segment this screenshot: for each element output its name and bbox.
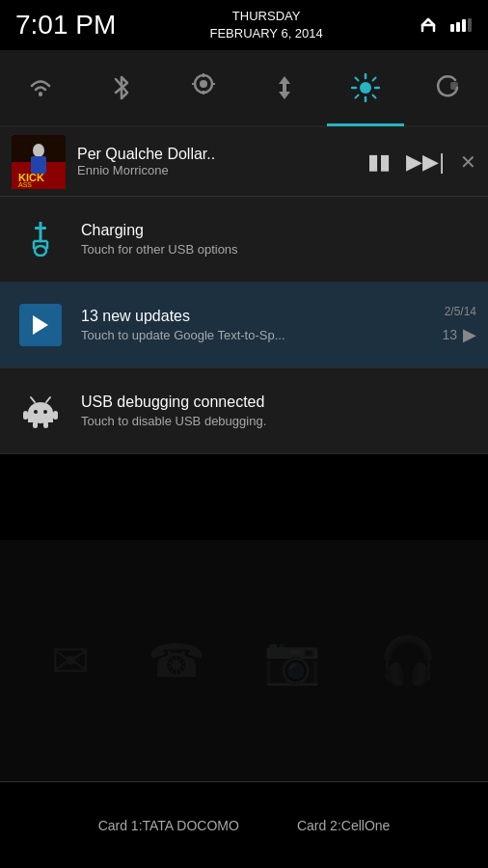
location-icon [192, 73, 215, 102]
wifi-icon [26, 76, 55, 99]
data-transfer-underline [246, 123, 323, 126]
album-art: KICK ASS [12, 135, 66, 189]
bluetooth-icon [112, 73, 131, 102]
music-info: Per Qualche Dollar.. Ennio Morricone [77, 146, 367, 177]
bg-icon-2: ☎ [148, 634, 205, 688]
music-artist: Ennio Morricone [77, 163, 367, 177]
notif-updates-meta: 2/5/14 13 ▶ [442, 305, 476, 345]
usb-icon [26, 222, 55, 257]
notif-charging-title: Charging [81, 222, 476, 239]
rotation-icon [434, 74, 461, 101]
svg-line-27 [356, 95, 359, 98]
svg-rect-42 [35, 227, 40, 230]
skip-next-button[interactable]: ▶▶| [406, 149, 445, 175]
music-player[interactable]: KICK ASS Per Qualche Dollar.. Ennio Morr… [0, 127, 488, 197]
rotation-underline [409, 123, 486, 126]
qs-rotation[interactable] [409, 49, 486, 126]
quick-settings-bar: A [0, 50, 488, 127]
notif-debug-title: USB debugging connected [81, 393, 476, 411]
network-icon [417, 14, 440, 37]
android-icon [23, 393, 58, 428]
location-underline [165, 123, 242, 126]
notif-updates-content: 13 new updates Touch to update Google Te… [81, 308, 434, 342]
status-icons [417, 14, 473, 37]
svg-point-48 [43, 410, 47, 414]
bg-icon-4: 🎧 [379, 634, 437, 688]
qs-location[interactable] [165, 49, 242, 126]
carrier-card2: Card 2:CellOne [297, 818, 391, 833]
svg-text:ASS: ASS [18, 181, 32, 188]
status-date: THURSDAY FEBRUARY 6, 2014 [209, 8, 322, 42]
svg-point-33 [33, 144, 44, 157]
bluetooth-underline [83, 123, 160, 126]
music-controls: ▮▮ ▶▶| ✕ [367, 149, 476, 175]
carrier-card1: Card 1:TATA DOCOMO [98, 818, 239, 833]
svg-point-11 [200, 80, 207, 88]
notif-debug-content: USB debugging connected Touch to disable… [81, 393, 476, 428]
background-area: ✉ ☎ 📷 🎧 [0, 540, 488, 781]
notif-store-icon-wrap [12, 296, 69, 354]
brightness-icon: A [351, 73, 380, 102]
svg-rect-53 [33, 421, 38, 428]
qs-brightness[interactable]: A [327, 49, 404, 126]
svg-line-26 [373, 78, 376, 81]
svg-text:A: A [361, 83, 367, 94]
svg-line-50 [46, 397, 50, 402]
svg-rect-18 [283, 84, 286, 92]
svg-rect-46 [28, 413, 53, 422]
notif-updates-subtitle: Touch to update Google Text-to-Sp... [81, 328, 434, 342]
svg-rect-7 [462, 19, 466, 32]
svg-rect-43 [41, 227, 46, 230]
notif-count-wrap: 13 ▶ [442, 324, 476, 345]
svg-line-25 [373, 95, 376, 98]
pause-button[interactable]: ▮▮ [367, 149, 391, 175]
notif-usb-icon-wrap [12, 210, 69, 268]
signal-icon [449, 14, 473, 37]
svg-rect-54 [43, 421, 48, 428]
notification-updates[interactable]: 13 new updates Touch to update Google Te… [0, 283, 488, 368]
notification-usb-debug[interactable]: USB debugging connected Touch to disable… [0, 368, 488, 454]
svg-rect-8 [468, 18, 472, 32]
qs-wifi[interactable] [2, 49, 79, 126]
notif-count: 13 [442, 327, 457, 342]
notif-updates-title: 13 new updates [81, 308, 434, 325]
data-transfer-icon [272, 74, 297, 101]
svg-line-49 [31, 397, 35, 402]
notification-charging[interactable]: Charging Touch for other USB options [0, 197, 488, 283]
bottom-carrier-bar: Card 1:TATA DOCOMO Card 2:CellOne [0, 781, 488, 868]
svg-marker-17 [279, 92, 290, 99]
notif-updates-date: 2/5/14 [445, 305, 476, 318]
close-button[interactable]: ✕ [460, 150, 476, 174]
notif-android-icon-wrap [12, 382, 69, 440]
bg-icon-1: ✉ [51, 634, 90, 688]
svg-rect-52 [53, 411, 58, 420]
svg-marker-44 [33, 315, 48, 335]
play-store-icon [19, 304, 62, 346]
qs-bluetooth[interactable] [83, 49, 160, 126]
notif-charging-content: Charging Touch for other USB options [81, 222, 476, 257]
status-time: 7:01 PM [15, 10, 116, 41]
svg-line-24 [356, 78, 359, 81]
svg-marker-16 [279, 76, 290, 84]
wifi-underline [2, 123, 79, 126]
svg-point-47 [34, 410, 38, 414]
svg-point-9 [39, 93, 42, 96]
day-of-week: THURSDAY [232, 8, 301, 25]
notif-debug-subtitle: Touch to disable USB debugging. [81, 414, 476, 428]
bg-icon-3: 📷 [263, 634, 321, 688]
brightness-underline [327, 123, 404, 126]
svg-rect-51 [23, 411, 28, 420]
notif-charging-subtitle: Touch for other USB options [81, 242, 476, 257]
notif-play-icon: ▶ [463, 324, 476, 345]
svg-rect-30 [452, 84, 456, 88]
date: FEBRUARY 6, 2014 [209, 25, 322, 42]
svg-rect-6 [456, 22, 460, 32]
music-title: Per Qualche Dollar.. [77, 146, 367, 163]
svg-point-41 [35, 246, 46, 256]
status-bar: 7:01 PM THURSDAY FEBRUARY 6, 2014 [0, 0, 488, 50]
qs-data-transfer[interactable] [246, 49, 323, 126]
svg-rect-5 [450, 24, 454, 32]
